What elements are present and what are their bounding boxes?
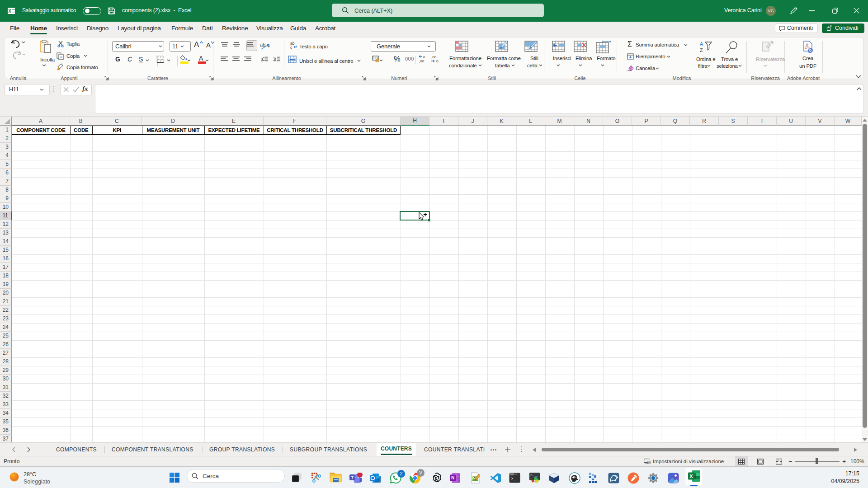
svg-text:,00: ,00	[431, 55, 437, 59]
svg-text:X: X	[8, 9, 11, 14]
svg-text:T: T	[351, 475, 354, 480]
svg-text:N: N	[451, 475, 454, 480]
svg-text:Z: Z	[700, 47, 703, 53]
svg-text:0: 0	[436, 59, 439, 63]
svg-text:ab: ab	[260, 42, 265, 47]
svg-text:>.: >.	[530, 474, 534, 477]
svg-text:c: c	[290, 45, 292, 49]
svg-text:,00: ,00	[419, 59, 425, 63]
svg-text:>_: >_	[511, 477, 516, 481]
svg-text:0: 0	[423, 55, 425, 59]
svg-text:A: A	[700, 41, 703, 47]
svg-text:X: X	[689, 474, 693, 479]
